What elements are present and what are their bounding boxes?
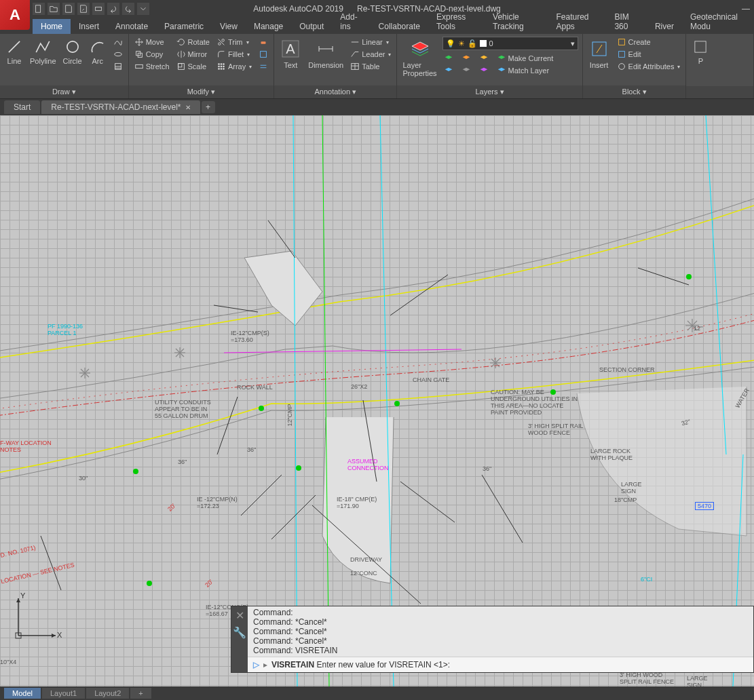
layer-properties[interactable]: Layer Properties bbox=[401, 37, 438, 85]
lightbulb-icon: 💡 bbox=[446, 39, 455, 48]
table-tool[interactable]: Table bbox=[349, 61, 392, 72]
polyline-tool[interactable]: Polyline bbox=[29, 37, 58, 85]
qat-plot[interactable] bbox=[92, 3, 105, 15]
panel-title-block[interactable]: Block ▾ bbox=[583, 85, 686, 98]
offset-icon[interactable] bbox=[257, 61, 269, 72]
block-edit[interactable]: Edit bbox=[616, 49, 682, 60]
match-layer[interactable]: Match Layer bbox=[495, 65, 555, 76]
scale-tool[interactable]: Scale bbox=[175, 61, 211, 72]
svg-point-21 bbox=[223, 68, 225, 70]
erase-icon[interactable] bbox=[257, 37, 269, 47]
layer-state-a-icon[interactable] bbox=[442, 53, 455, 64]
menu-annotate[interactable]: Annotate bbox=[107, 19, 156, 34]
drawing-canvas[interactable]: IE-12"CMP(S) =173.60ROCK WALLUTILITY CON… bbox=[0, 115, 754, 686]
minimize-button[interactable]: — bbox=[742, 4, 750, 14]
svg-rect-11 bbox=[178, 64, 181, 67]
drawing-label: 36" bbox=[247, 446, 256, 453]
panel-title-draw[interactable]: Draw ▾ bbox=[0, 85, 128, 98]
drawing-label: CAUTION: MAY BE UNDERGROUND UTILITIES IN… bbox=[491, 389, 578, 416]
mirror-tool[interactable]: Mirror bbox=[175, 49, 211, 60]
array-tool[interactable]: Array bbox=[215, 61, 253, 72]
panel-title-layers[interactable]: Layers ▾ bbox=[397, 85, 582, 98]
layout-tab-layout1[interactable]: Layout1 bbox=[42, 688, 85, 699]
copy-tool[interactable]: Copy bbox=[133, 49, 171, 60]
menu-bim-360[interactable]: BIM 360 bbox=[606, 9, 646, 34]
arc-tool[interactable]: Arc bbox=[88, 37, 108, 85]
menu-collaborate[interactable]: Collaborate bbox=[371, 19, 428, 34]
spline-icon[interactable] bbox=[112, 37, 124, 47]
close-icon[interactable]: ✕ bbox=[185, 104, 191, 111]
command-window[interactable]: ✕ 🔧 Command:Command: *Cancel*Command: *C… bbox=[231, 606, 754, 673]
block-create[interactable]: Create bbox=[616, 37, 682, 47]
drawing-label: PF 1990-136 PARCEL 1 bbox=[48, 323, 83, 336]
menu-manage[interactable]: Manage bbox=[246, 19, 291, 34]
properties-truncated[interactable]: P bbox=[690, 37, 711, 86]
ellipse-icon[interactable] bbox=[112, 49, 124, 60]
layer-lock-icon[interactable] bbox=[478, 65, 490, 76]
svg-point-3 bbox=[67, 41, 77, 52]
svg-rect-37 bbox=[695, 41, 706, 52]
svg-rect-1 bbox=[96, 7, 102, 10]
svg-text:A: A bbox=[286, 41, 296, 56]
qat-open[interactable] bbox=[48, 3, 60, 15]
svg-line-49 bbox=[638, 268, 689, 285]
layer-combo[interactable]: 💡 ☀ 🔓 0 ▾ bbox=[442, 37, 578, 50]
menu-view[interactable]: View bbox=[212, 19, 246, 34]
stretch-tool[interactable]: Stretch bbox=[133, 61, 171, 72]
add-layout-tab[interactable]: + bbox=[130, 688, 151, 699]
menu-river[interactable]: River bbox=[647, 19, 682, 34]
start-tab[interactable]: Start bbox=[4, 100, 40, 114]
svg-point-15 bbox=[223, 63, 225, 65]
close-cmdwin-icon[interactable]: ✕ bbox=[235, 609, 244, 622]
make-current[interactable]: Make Current bbox=[495, 53, 555, 64]
hatch-icon[interactable] bbox=[112, 61, 124, 72]
menu-parametric[interactable]: Parametric bbox=[156, 19, 212, 34]
svg-rect-23 bbox=[261, 52, 267, 58]
leader-tool[interactable]: Leader bbox=[349, 49, 392, 60]
dimension-tool[interactable]: Dimension bbox=[307, 37, 345, 85]
layer-combo-value: 0 bbox=[489, 39, 493, 47]
trim-tool[interactable]: Trim bbox=[215, 37, 253, 47]
qat-redo[interactable] bbox=[122, 3, 134, 15]
panel-title-annotation[interactable]: Annotation ▾ bbox=[274, 85, 396, 98]
drawing-label: 36" bbox=[483, 465, 491, 472]
drawing-label: ROCK WALL bbox=[237, 384, 273, 391]
insert-block[interactable]: Insert bbox=[587, 37, 611, 85]
menu-home[interactable]: Home bbox=[33, 19, 71, 34]
panel-title-modify[interactable]: Modify ▾ bbox=[129, 85, 274, 98]
svg-point-20 bbox=[221, 68, 223, 70]
add-tab[interactable]: + bbox=[202, 101, 215, 113]
edit-attributes[interactable]: Edit Attributes bbox=[616, 61, 682, 72]
drawing-label: 10"X4 bbox=[0, 659, 16, 665]
layout-tab-layout2[interactable]: Layout2 bbox=[86, 688, 129, 699]
layer-off-icon[interactable] bbox=[460, 65, 472, 76]
move-tool[interactable]: Move bbox=[133, 37, 171, 47]
layer-freeze-icon[interactable] bbox=[478, 53, 490, 64]
qat-save[interactable] bbox=[62, 3, 75, 15]
drawing-label: IE -12"CMP(N) =172.23 bbox=[197, 496, 238, 509]
app-logo[interactable]: A bbox=[0, 0, 30, 30]
text-tool[interactable]: AText bbox=[278, 37, 303, 85]
menu-featured-apps[interactable]: Featured Apps bbox=[548, 9, 606, 34]
svg-point-76 bbox=[133, 469, 138, 474]
layer-state-b-icon[interactable] bbox=[442, 65, 455, 76]
drawing-label: LARGE SIGN bbox=[621, 481, 642, 494]
drawing-label: 30" bbox=[79, 475, 88, 482]
fillet-tool[interactable]: Fillet bbox=[215, 49, 253, 60]
document-tab[interactable]: Re-TEST-VSRTN-ACAD-next-level*✕ bbox=[41, 100, 200, 114]
qat-saveas[interactable] bbox=[77, 3, 90, 15]
qat-undo[interactable] bbox=[107, 3, 119, 15]
menu-output[interactable]: Output bbox=[291, 19, 332, 34]
line-tool[interactable]: Line bbox=[4, 37, 24, 85]
menu-insert[interactable]: Insert bbox=[71, 19, 107, 34]
circle-tool[interactable]: Circle bbox=[62, 37, 83, 85]
qat-new[interactable] bbox=[33, 3, 45, 15]
layer-iso-icon[interactable] bbox=[460, 53, 472, 64]
qat-more[interactable] bbox=[137, 3, 149, 15]
rotate-tool[interactable]: Rotate bbox=[175, 37, 211, 47]
explode-icon[interactable] bbox=[257, 49, 269, 60]
command-input[interactable]: ▷ ▸ VISRETAIN Enter new value for VISRET… bbox=[248, 657, 753, 672]
layout-tab-model[interactable]: Model bbox=[4, 688, 41, 699]
cmdwin-settings-icon[interactable]: 🔧 bbox=[233, 626, 246, 639]
linear-dim[interactable]: Linear bbox=[349, 37, 392, 47]
